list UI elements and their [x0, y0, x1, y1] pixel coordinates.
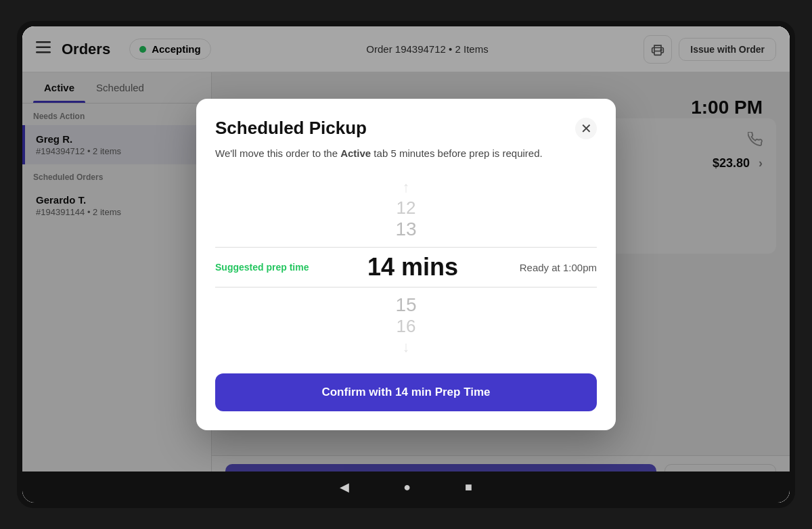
picker-number-12: 12 [379, 198, 433, 218]
subtitle-text: We'll move this order to the [215, 147, 340, 159]
picker-active-row[interactable]: Suggested prep time 14 mins Ready at 1:0… [215, 247, 597, 288]
active-mins: 14 mins [367, 253, 520, 281]
suggested-label: Suggested prep time [215, 262, 367, 273]
ready-at-label: Ready at 1:00pm [520, 262, 597, 273]
modal-overlay: Scheduled Pickup ✕ We'll move this order… [22, 26, 790, 503]
picker-number-17: ↓ [403, 337, 410, 357]
picker-track: ↑ 12 13 Suggested prep time [215, 177, 597, 357]
picker-row-16: 16 [215, 316, 597, 337]
home-nav-icon[interactable]: ● [403, 480, 411, 495]
modal-subtitle: We'll move this order to the Active tab … [215, 146, 597, 162]
subtitle-bold: Active [340, 147, 371, 159]
picker-row-12: 12 [215, 198, 597, 218]
modal-close-button[interactable]: ✕ [575, 118, 597, 139]
modal-header: Scheduled Pickup ✕ [215, 118, 597, 139]
recents-nav-icon[interactable]: ■ [465, 480, 472, 495]
picker-row-15: 15 [215, 294, 597, 316]
picker-number-11: ↑ [403, 177, 410, 198]
picker-row-13: 13 [215, 218, 597, 240]
picker-number-16: 16 [379, 316, 433, 337]
picker-above: ↑ 12 13 [215, 177, 597, 247]
picker-number-13: 13 [379, 218, 433, 240]
subtitle-suffix: tab 5 minutes before prep is required. [371, 147, 542, 159]
picker-row-17: ↓ [215, 337, 597, 357]
navigation-bar: ◀ ● ■ [22, 472, 790, 503]
modal-title: Scheduled Pickup [215, 118, 367, 139]
picker-below: 15 16 ↓ [215, 288, 597, 357]
time-scroll-picker[interactable]: ↑ 12 13 Suggested prep time [215, 177, 597, 357]
back-nav-icon[interactable]: ◀ [340, 480, 349, 495]
modal-confirm-button[interactable]: Confirm with 14 min Prep Time [215, 373, 597, 411]
scheduled-pickup-modal: Scheduled Pickup ✕ We'll move this order… [196, 99, 616, 431]
picker-number-15: 15 [379, 294, 433, 316]
picker-row-11: ↑ [215, 177, 597, 198]
